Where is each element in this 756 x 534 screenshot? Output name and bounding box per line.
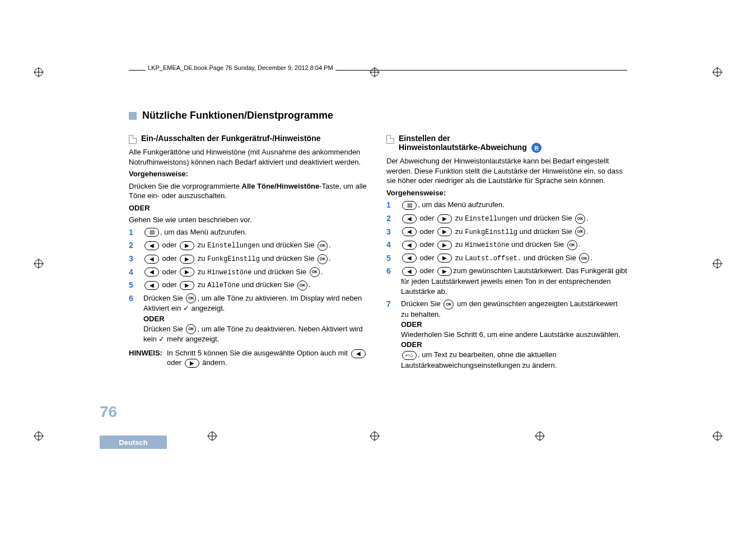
- r-step-3: 3 ◀ oder ▶ zu FunkgEinstllg und drücken …: [386, 227, 627, 238]
- running-head: LKP_EMEA_DE.book Page 76 Sunday, Decembe…: [146, 64, 335, 71]
- ok-button-icon: OK: [297, 280, 307, 291]
- nav-right-icon: ▶: [180, 255, 194, 264]
- register-mark: [370, 431, 380, 441]
- nav-left-icon: ◀: [402, 267, 417, 276]
- note: HINWEIS: In Schritt 5 können Sie die aus…: [129, 349, 370, 367]
- nav-left-icon: ◀: [351, 349, 366, 358]
- preproc-text: Drücken Sie die vorprogrammierte Alle Tö…: [129, 181, 370, 201]
- procedure-label: Vorgehensweise:: [129, 169, 370, 179]
- note-text: In Schritt 5 können Sie die ausgewählte …: [167, 349, 370, 367]
- procedure-icon: [386, 135, 394, 144]
- register-mark: [34, 259, 44, 269]
- step-6: 6 Drücken Sie OK, um alle Töne zu aktivi…: [129, 293, 370, 345]
- nav-left-icon: ◀: [144, 255, 159, 264]
- nav-right-icon: ▶: [437, 214, 452, 223]
- step-2: 2 ◀ oder ▶ zu Einstellungen und drücken …: [129, 240, 370, 251]
- register-mark: [712, 431, 722, 441]
- left-subheading-text: Ein-/Ausschalten der Funkgerätruf-/Hinwe…: [141, 134, 321, 143]
- register-mark: [34, 431, 44, 441]
- nav-right-icon: ▶: [185, 359, 199, 368]
- ok-button-icon: OK: [575, 214, 585, 224]
- left-column: Ein-/Ausschalten der Funkgerätruf-/Hinwe…: [129, 132, 370, 373]
- r-step-6: 6 ◀ oder ▶zum gewünschten Lautstärkewert…: [386, 266, 627, 297]
- nav-left-icon: ◀: [144, 268, 159, 277]
- ok-button-icon: OK: [444, 299, 454, 310]
- right-subheading: Einstellen der Hinweistonlautstärke-Abwe…: [386, 134, 627, 153]
- ok-button-icon: OK: [186, 293, 196, 303]
- nav-right-icon: ▶: [437, 241, 452, 250]
- nav-left-icon: ◀: [402, 227, 417, 236]
- back-home-icon: ⤺⌂: [402, 351, 417, 360]
- r-step-1: 1 ▤, um das Menü aufzurufen.: [386, 200, 627, 211]
- nav-left-icon: ◀: [144, 281, 159, 290]
- register-mark: [712, 259, 722, 269]
- section-title-text: Nützliche Funktionen/Dienstprogramme: [142, 110, 333, 121]
- title-bullet-icon: [129, 112, 137, 120]
- register-mark: [370, 67, 380, 77]
- left-subheading: Ein-/Ausschalten der Funkgerätruf-/Hinwe…: [129, 134, 370, 144]
- nav-right-icon: ▶: [180, 241, 194, 250]
- menu-button-icon: ▤: [144, 228, 159, 237]
- r-step-7: 7 Drücken Sie OK um den gewünschten ange…: [386, 299, 627, 371]
- feature-badge-icon: ⎘: [531, 143, 542, 153]
- register-mark: [712, 67, 722, 77]
- right-subheading-text: Einstellen der Hinweistonlautstärke-Abwe…: [399, 134, 542, 153]
- or-label: ODER: [401, 320, 627, 330]
- ok-button-icon: OK: [575, 227, 585, 237]
- nav-left-icon: ◀: [402, 214, 417, 223]
- register-mark: [535, 431, 545, 441]
- procedure-label: Vorgehensweise:: [386, 188, 627, 198]
- left-intro: Alle Funkgerättöne und Hinweistöne (mit …: [129, 147, 370, 167]
- menu-button-icon: ▤: [402, 201, 417, 210]
- nav-right-icon: ▶: [437, 254, 452, 263]
- page-frame: LKP_EMEA_DE.book Page 76 Sunday, Decembe…: [0, 0, 756, 534]
- r7-alt1: Wiederholen Sie Schritt 6, um eine ander…: [401, 330, 627, 340]
- nav-right-icon: ▶: [437, 267, 452, 276]
- nav-right-icon: ▶: [437, 227, 452, 236]
- nav-left-icon: ◀: [402, 254, 417, 263]
- ok-button-icon: OK: [579, 253, 589, 263]
- section-title: Nützliche Funktionen/Dienstprogramme: [129, 110, 627, 121]
- ok-button-icon: OK: [318, 241, 328, 251]
- nav-right-icon: ▶: [180, 268, 194, 277]
- alt-line: Gehen Sie wie unten beschrieben vor.: [129, 215, 370, 225]
- language-tab: Deutsch: [100, 435, 167, 449]
- or-label: ODER: [401, 340, 627, 350]
- procedure-icon: [129, 135, 137, 144]
- nav-right-icon: ▶: [180, 281, 194, 290]
- content-area: Nützliche Funktionen/Dienstprogramme Ein…: [129, 110, 627, 394]
- nav-left-icon: ◀: [402, 241, 417, 250]
- r-step-4: 4 ◀ oder ▶ zu Hinweistöne und drücken Si…: [386, 240, 627, 251]
- r-step-2: 2 ◀ oder ▶ zu Einstellungen und drücken …: [386, 213, 627, 224]
- or-label: ODER: [129, 203, 370, 213]
- right-column: Einstellen der Hinweistonlautstärke-Abwe…: [386, 132, 627, 373]
- r-step-5: 5 ◀ oder ▶ zu Lautst.offset. und drücken…: [386, 253, 627, 264]
- step-5: 5 ◀ oder ▶ zu AlleTöne und drücken Sie O…: [129, 280, 370, 291]
- register-mark: [207, 431, 217, 441]
- step-1: 1 ▤, um das Menü aufzurufen.: [129, 227, 370, 238]
- right-intro: Der Abweichung der Hinweistonlautstärke …: [386, 156, 627, 186]
- or-label: ODER: [143, 314, 370, 324]
- nav-left-icon: ◀: [144, 241, 159, 250]
- page-number: 76: [100, 403, 117, 421]
- ok-button-icon: OK: [186, 324, 196, 334]
- note-label: HINWEIS:: [129, 349, 162, 367]
- register-mark: [34, 67, 44, 77]
- ok-button-icon: OK: [567, 240, 577, 250]
- step-3: 3 ◀ oder ▶ zu FunkgEinstllg und drücken …: [129, 254, 370, 265]
- ok-button-icon: OK: [310, 267, 320, 277]
- ok-button-icon: OK: [318, 254, 328, 264]
- step-4: 4 ◀ oder ▶ zu Hinweistöne und drücken Si…: [129, 267, 370, 278]
